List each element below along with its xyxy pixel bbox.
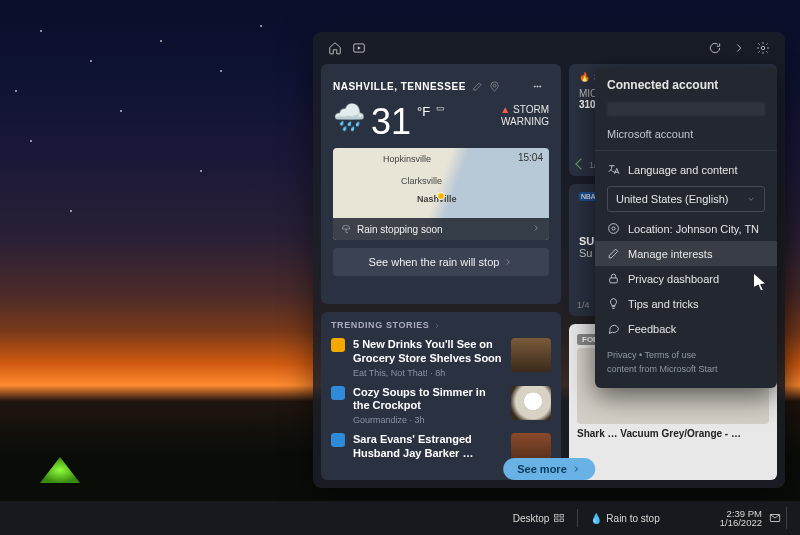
settings-flyout: Connected account Microsoft account Lang… [595,68,777,388]
story-thumbnail [511,386,551,420]
see-more-button[interactable]: See more [503,458,595,480]
location-pin-icon[interactable] [489,81,500,92]
svg-rect-9 [555,515,559,518]
chevron-right-icon [571,464,581,474]
taskview-icon [553,512,565,524]
map-city-label: Clarksville [401,176,442,186]
language-dropdown[interactable]: United States (English) [607,186,765,212]
chat-icon [607,322,620,335]
svg-point-5 [539,85,540,86]
svg-point-7 [609,224,619,234]
lightbulb-icon [607,297,620,310]
chevron-down-icon [746,194,756,204]
notifications-icon[interactable] [768,511,782,525]
svg-point-2 [493,84,496,87]
refresh-button[interactable] [703,36,727,60]
trending-card: TRENDING STORIES 5 New Drinks You'll See… [321,312,561,480]
taskbar-clock[interactable]: 2:39 PM 1/16/2022 [714,509,768,528]
weather-cloud-rain-icon: 🌧️ [333,104,365,130]
weather-more-button[interactable] [525,74,549,98]
story-item[interactable]: 5 New Drinks You'll See on Grocery Store… [331,338,551,378]
location-icon [607,222,620,235]
svg-rect-8 [610,278,618,283]
entertainment-button[interactable] [347,36,371,60]
home-button[interactable] [323,36,347,60]
manage-interests-row[interactable]: Manage interests [595,241,777,266]
chevron-left-icon[interactable] [575,158,586,169]
see-rain-button[interactable]: See when the rain will stop [333,248,549,276]
taskbar-divider [577,509,578,527]
svg-rect-11 [555,519,559,522]
tips-row[interactable]: Tips and tricks [595,291,777,316]
weather-card[interactable]: NASHVILLE, TENNESSEE 🌧️ 31 °F ▭ ▲ST [321,64,561,304]
map-banner: Rain stopping soon [333,218,549,240]
task-view-button[interactable]: Desktop [507,501,572,535]
map-time: 15:04 [518,152,543,163]
weather-map[interactable]: 15:04 Hopkinsville Clarksville Nashville… [333,148,549,240]
location-row[interactable]: Location: Johnson City, TN [595,216,777,241]
trending-header[interactable]: TRENDING STORIES [331,320,551,330]
map-city-label: Hopkinsville [383,154,431,164]
language-row: Language and content [595,157,777,182]
weather-badge-icon: ▭ [436,104,445,114]
account-type: Microsoft account [595,124,777,148]
show-desktop-button[interactable] [786,507,794,529]
weather-unit: °F [417,104,430,119]
widgets-taskbar-button[interactable]: 💧 Rain to stop [584,501,665,535]
chevron-right-icon [503,257,513,267]
source-favicon-icon [331,338,345,352]
weather-alert[interactable]: ▲STORM WARNING [500,104,549,128]
account-name-redacted [607,102,765,116]
expand-button[interactable] [727,36,751,60]
svg-point-4 [536,85,537,86]
source-favicon-icon [331,386,345,400]
source-favicon-icon [331,433,345,447]
story-thumbnail [511,338,551,372]
svg-point-3 [534,85,535,86]
settings-button[interactable] [751,36,775,60]
svg-rect-12 [560,519,564,522]
settings-footer: Privacy • Terms of use content from Micr… [595,341,777,380]
map-pin-icon [437,192,445,200]
chevron-right-icon [531,223,541,235]
desktop-wallpaper: NASHVILLE, TENNESSEE 🌧️ 31 °F ▭ ▲ST [0,0,800,535]
lock-icon [607,272,620,285]
edit-icon [607,247,620,260]
feedback-row[interactable]: Feedback [595,316,777,341]
privacy-dashboard-row[interactable]: Privacy dashboard [595,266,777,291]
settings-header: Connected account [595,68,777,98]
svg-point-6 [612,227,615,230]
weather-location: NASHVILLE, TENNESSEE [333,81,466,92]
rain-drop-icon: 💧 [590,513,602,524]
svg-rect-10 [560,515,564,518]
taskbar: Desktop 💧 Rain to stop 2:39 PM 1/16/2022 [0,501,800,535]
story-item[interactable]: Cozy Soups to Simmer in the Crockpot Gou… [331,386,551,426]
fire-icon: 🔥 [579,72,590,82]
alert-triangle-icon: ▲ [500,104,510,115]
weather-temp: 31 [371,104,411,140]
footer-links[interactable]: Privacy • Terms of use [607,349,765,363]
language-icon [607,163,620,176]
edit-icon[interactable] [472,81,483,92]
widgets-toolbar [313,32,785,64]
chevron-right-icon [433,322,441,330]
umbrella-icon [341,224,351,234]
svg-point-1 [761,46,765,50]
